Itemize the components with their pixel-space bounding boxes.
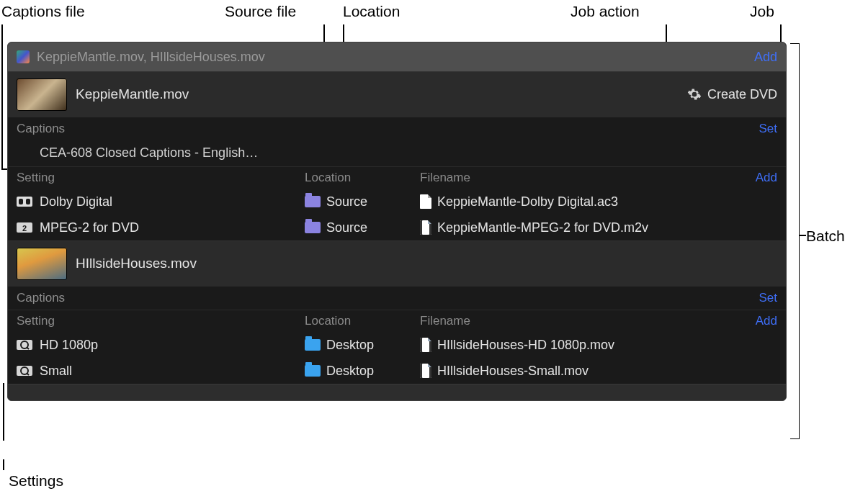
location-name: Desktop xyxy=(326,338,374,353)
captions-section: Captions Set xyxy=(8,117,786,140)
svg-rect-2 xyxy=(26,199,30,204)
batch-add-button[interactable]: Add xyxy=(754,50,777,65)
file-icon xyxy=(420,364,431,378)
file-icon xyxy=(420,220,431,235)
col-setting: Setting xyxy=(17,171,305,185)
batch-panel: KeppieMantle.mov, HIllsideHouses.mov Add… xyxy=(7,42,787,401)
job-header[interactable]: KeppieMantle.mov Create DVD xyxy=(8,72,786,117)
settings-columns-header: Setting Location Filename Add xyxy=(8,166,786,189)
caption-file-row[interactable]: CEA-608 Closed Captions - English… xyxy=(8,140,786,166)
quicktime-icon xyxy=(17,338,32,351)
svg-text:2: 2 xyxy=(22,224,27,233)
annotation-batch: Batch xyxy=(806,228,845,245)
bracket-batch xyxy=(790,43,800,439)
setting-name: HD 1080p xyxy=(40,338,98,353)
setting-name: Dolby Digital xyxy=(40,194,112,210)
bracket-connector xyxy=(799,235,806,236)
captions-set-button[interactable]: Set xyxy=(759,291,777,305)
batch-title: KeppieMantle.mov, HIllsideHouses.mov xyxy=(37,50,748,65)
annotation-job: Job xyxy=(750,3,774,20)
annotation-settings: Settings xyxy=(9,472,63,490)
annotation-label: Settings xyxy=(9,472,63,489)
file-icon xyxy=(420,194,431,209)
annotation-label: Source file xyxy=(225,3,296,19)
folder-icon xyxy=(305,365,321,377)
job-action-button[interactable]: Create DVD xyxy=(687,87,777,102)
col-filename: Filename xyxy=(420,314,746,328)
annotation-label: Job xyxy=(750,3,774,19)
output-filename: KeppieMantle-Dolby Digital.ac3 xyxy=(437,194,618,210)
annotation-label: Location xyxy=(343,3,400,19)
col-setting: Setting xyxy=(17,314,305,328)
svg-rect-1 xyxy=(19,199,23,204)
dolby-icon xyxy=(17,195,32,208)
settings-add-button[interactable]: Add xyxy=(746,314,777,328)
annotation-label: Captions file xyxy=(1,3,85,19)
file-icon xyxy=(420,338,431,352)
setting-name: MPEG-2 for DVD xyxy=(40,220,139,235)
annotation-label: Batch xyxy=(806,228,845,244)
output-filename: HIllsideHouses-HD 1080p.mov xyxy=(437,338,614,353)
folder-icon xyxy=(305,339,321,351)
captions-set-button[interactable]: Set xyxy=(759,122,777,136)
batch-header[interactable]: KeppieMantle.mov, HIllsideHouses.mov Add xyxy=(8,42,786,71)
job: KeppieMantle.mov Create DVD Captions Set… xyxy=(8,71,786,240)
source-thumbnail xyxy=(17,248,67,280)
annotation-job-action: Job action xyxy=(571,3,640,20)
captions-label: Captions xyxy=(17,291,759,305)
source-file-name: KeppieMantle.mov xyxy=(76,86,679,102)
annotation-location: Location xyxy=(343,3,400,20)
settings-add-button[interactable]: Add xyxy=(746,171,777,185)
captions-label: Captions xyxy=(17,122,759,136)
compressor-app-icon xyxy=(17,50,30,63)
captions-section: Captions Set xyxy=(8,286,786,310)
col-filename: Filename xyxy=(420,171,746,185)
location-name: Source xyxy=(326,194,367,210)
panel-footer xyxy=(8,384,786,400)
folder-icon xyxy=(305,196,321,207)
source-thumbnail xyxy=(17,78,67,111)
output-filename: HIllsideHouses-Small.mov xyxy=(437,364,589,379)
output-filename: KeppieMantle-MPEG-2 for DVD.m2v xyxy=(437,220,648,235)
source-file-name: HIllsideHouses.mov xyxy=(76,256,777,271)
quicktime-icon xyxy=(17,364,32,377)
folder-icon xyxy=(305,222,321,233)
annotation-label: Job action xyxy=(571,3,640,19)
setting-name: Small xyxy=(40,364,72,379)
setting-row[interactable]: HD 1080p Desktop HIllsideHouses-HD 1080p… xyxy=(8,332,786,358)
col-location: Location xyxy=(305,171,420,185)
job: HIllsideHouses.mov Captions Set Setting … xyxy=(8,240,786,384)
setting-row[interactable]: Small Desktop HIllsideHouses-Small.mov xyxy=(8,358,786,384)
setting-row[interactable]: 2 MPEG-2 for DVD Source KeppieMantle-MPE… xyxy=(8,215,786,240)
job-action-label: Create DVD xyxy=(707,87,777,102)
mpeg2-icon: 2 xyxy=(17,221,32,234)
col-location: Location xyxy=(305,314,420,328)
annotation-source-file: Source file xyxy=(225,3,296,20)
annotation-captions-file: Captions file xyxy=(1,3,85,20)
location-name: Source xyxy=(326,220,367,235)
caption-file-name: CEA-608 Closed Captions - English… xyxy=(40,145,258,161)
job-header[interactable]: HIllsideHouses.mov xyxy=(8,241,786,286)
settings-columns-header: Setting Location Filename Add xyxy=(8,310,786,332)
location-name: Desktop xyxy=(326,364,374,379)
setting-row[interactable]: Dolby Digital Source KeppieMantle-Dolby … xyxy=(8,189,786,215)
gear-icon xyxy=(687,87,702,102)
